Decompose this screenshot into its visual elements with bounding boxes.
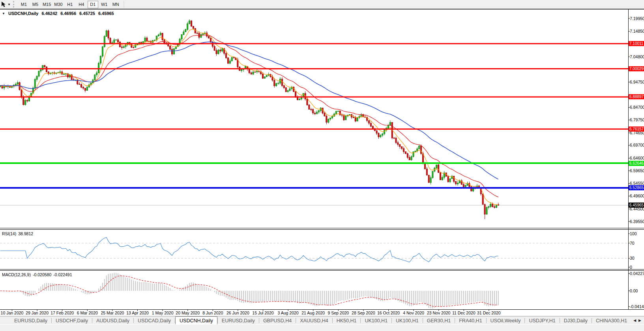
candle-body bbox=[241, 70, 242, 71]
tab-china300-h1[interactable]: CHINA300,H1 bbox=[592, 317, 631, 324]
candle-body bbox=[86, 87, 88, 91]
candle-body bbox=[233, 58, 234, 58]
candle-body bbox=[388, 125, 389, 128]
tab-usdjpy-h1[interactable]: USDJPY,H1 bbox=[525, 317, 559, 324]
chart-graphics[interactable] bbox=[0, 0, 644, 331]
candle-body bbox=[218, 50, 219, 54]
tab-uk100-h1[interactable]: UK100,H1 bbox=[392, 317, 423, 324]
candle-body bbox=[200, 34, 202, 37]
tab-scroll-right-icon[interactable]: ▶ bbox=[637, 318, 642, 323]
candle-body bbox=[370, 123, 371, 126]
macd-label: MACD(12,26,9)-0.020580-0.022491 bbox=[2, 272, 74, 277]
candle-body bbox=[220, 50, 221, 51]
candle-body bbox=[36, 76, 37, 79]
candle-body bbox=[438, 165, 439, 173]
rsi-name: RSI(14) bbox=[2, 231, 16, 236]
candle-body bbox=[195, 28, 196, 33]
tab-dj30-daily[interactable]: DJ30,Daily bbox=[560, 317, 592, 324]
candle-body bbox=[482, 194, 483, 205]
candle-body bbox=[96, 73, 97, 75]
candle-body bbox=[313, 110, 314, 113]
candle-body bbox=[133, 47, 134, 48]
candle-body bbox=[23, 97, 24, 104]
tab-scroll-buttons: ◀ ▶ bbox=[630, 316, 644, 324]
macd-name: MACD(12,26,9) bbox=[2, 272, 31, 277]
candle-body bbox=[353, 117, 354, 117]
tab-audusd-daily[interactable]: AUDUSD,Daily bbox=[92, 317, 133, 324]
candle-body bbox=[40, 70, 41, 71]
horizontal-lines-layer[interactable] bbox=[0, 44, 628, 188]
candle-body bbox=[34, 80, 36, 88]
tab-ger30-h1[interactable]: GER30,H1 bbox=[423, 317, 455, 324]
candle-body bbox=[83, 87, 84, 88]
tab-xauusd-h4[interactable]: XAUUSD,H4 bbox=[296, 317, 332, 324]
candle-body bbox=[25, 100, 26, 105]
candle-body bbox=[170, 46, 171, 49]
tab-uk100-h1[interactable]: UK100,H1 bbox=[361, 317, 391, 324]
candle-body bbox=[283, 86, 285, 87]
candle-body bbox=[137, 44, 138, 45]
candle-body bbox=[428, 175, 429, 182]
candle-body bbox=[285, 87, 286, 91]
macd-main-value: -0.020580 bbox=[33, 272, 51, 277]
candle-body bbox=[114, 40, 115, 43]
candle-body bbox=[253, 72, 254, 74]
candle-body bbox=[118, 40, 119, 42]
candle-body bbox=[297, 97, 298, 100]
moving-averages-layer bbox=[0, 29, 498, 205]
candle-body bbox=[148, 41, 150, 41]
candle-body bbox=[264, 77, 265, 78]
candle-body bbox=[432, 171, 433, 178]
tab-usdchf-daily[interactable]: USDCHF,Daily bbox=[52, 317, 92, 324]
candle-body bbox=[21, 90, 22, 97]
tab-usdcad-daily[interactable]: USDCAD,Daily bbox=[134, 317, 175, 324]
candle-body bbox=[357, 117, 358, 121]
candle-body bbox=[339, 111, 341, 115]
tab-fra40-h1[interactable]: FRA40,H1 bbox=[455, 317, 486, 324]
candle-body bbox=[38, 71, 39, 76]
candle-body bbox=[328, 119, 329, 122]
tab-gbpusd-h4[interactable]: GBPUSD,H4 bbox=[259, 317, 296, 324]
candle-body bbox=[222, 48, 223, 51]
candle-body bbox=[251, 73, 252, 74]
candle-body bbox=[326, 116, 327, 123]
candle-body bbox=[397, 143, 399, 145]
candle-body bbox=[378, 133, 379, 137]
candle-body bbox=[419, 146, 420, 149]
candle-body bbox=[349, 115, 350, 115]
candle-body bbox=[324, 113, 325, 116]
candle-body bbox=[307, 99, 308, 105]
candle-body bbox=[27, 100, 28, 101]
tab-hk50-h1[interactable]: HK50,H1 bbox=[333, 317, 361, 324]
ohlc-open: 6.46242 bbox=[41, 11, 57, 16]
candle-body bbox=[249, 69, 250, 73]
candle-body bbox=[411, 156, 412, 160]
candle-body bbox=[395, 138, 397, 143]
candle-body bbox=[94, 75, 95, 80]
candle-body bbox=[108, 31, 109, 38]
candle-body bbox=[191, 21, 192, 26]
symbol-collapse-icon[interactable]: ▼ bbox=[2, 12, 5, 15]
tab-usoil-weekly[interactable]: USOil,Weekly bbox=[487, 317, 525, 324]
candle-body bbox=[181, 35, 182, 39]
candle-body bbox=[210, 38, 211, 42]
candlesticks-layer bbox=[0, 19, 499, 219]
candle-body bbox=[144, 38, 146, 41]
candle-body bbox=[380, 135, 381, 137]
candle-body bbox=[206, 33, 208, 36]
candle-body bbox=[447, 176, 449, 182]
candle-body bbox=[121, 47, 122, 48]
tab-scroll-left-icon[interactable]: ◀ bbox=[632, 318, 637, 323]
candle-body bbox=[337, 111, 339, 112]
chart-frame bbox=[0, 9, 644, 311]
candle-body bbox=[430, 178, 431, 182]
tab-eurusd-daily[interactable]: EURUSD,Daily bbox=[218, 317, 259, 324]
tab-eurusd-daily[interactable]: EURUSD,Daily bbox=[10, 317, 51, 324]
candle-body bbox=[278, 83, 279, 84]
candle-body bbox=[98, 63, 99, 73]
candle-body bbox=[262, 74, 263, 78]
candle-body bbox=[81, 84, 82, 87]
candle-body bbox=[457, 183, 459, 184]
tab-usdcnh-daily[interactable]: USDCNH,Daily bbox=[175, 316, 217, 324]
candle-body bbox=[100, 56, 101, 63]
